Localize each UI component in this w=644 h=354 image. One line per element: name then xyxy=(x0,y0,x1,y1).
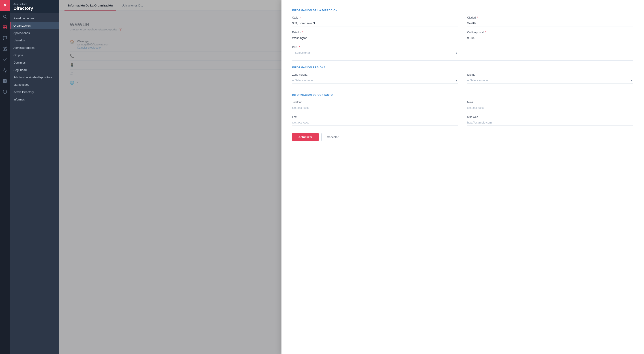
telefono-label: Teléfono xyxy=(292,101,458,104)
pais-select-wrapper: -- Seleccionar -- xyxy=(292,50,458,56)
ciudad-input[interactable] xyxy=(467,20,633,26)
sidebar-nav: Panel de control Organización Aplicacion… xyxy=(10,13,59,354)
sidebar-item-dispositivos[interactable]: Administración de dispositivos xyxy=(10,74,59,81)
sitio-web-label: Sitio web xyxy=(467,115,633,119)
box-nav-icon[interactable] xyxy=(0,87,10,97)
zona-horaria-select[interactable]: -- Seleccionar -- xyxy=(292,78,458,83)
svg-point-0 xyxy=(3,15,6,18)
zona-select-wrapper: -- Seleccionar -- xyxy=(292,78,458,83)
user-nav-icon[interactable] xyxy=(0,22,10,32)
section-contact-title: INFORMACIÓN DE CONTACTO xyxy=(292,93,633,96)
fax-label: Fax xyxy=(292,115,458,119)
sidebar: App Settings Directory Panel de control … xyxy=(10,0,59,354)
divider-1 xyxy=(292,60,633,61)
sidebar-header: App Settings Directory xyxy=(10,0,59,13)
pais-label: País * xyxy=(292,46,458,49)
svg-rect-3 xyxy=(5,26,7,27)
close-app-button[interactable]: ✕ xyxy=(0,0,10,11)
sidebar-title: Directory xyxy=(14,6,56,11)
svg-rect-2 xyxy=(3,26,5,27)
ciudad-label: Ciudad * xyxy=(467,16,633,19)
sidebar-item-marketplace[interactable]: Marketplace xyxy=(10,81,59,88)
sidebar-item-administradores[interactable]: Administradores xyxy=(10,44,59,51)
search-nav-icon[interactable] xyxy=(0,12,10,21)
check-nav-icon[interactable] xyxy=(0,55,10,64)
chat-nav-icon[interactable] xyxy=(0,33,10,43)
form-row-calle-ciudad: Calle * Ciudad * xyxy=(292,16,633,26)
sidebar-item-grupos[interactable]: Grupos xyxy=(10,51,59,59)
field-pais: País * -- Seleccionar -- xyxy=(292,46,458,56)
ciudad-required: * xyxy=(477,16,478,19)
form-row-tel-movil: Teléfono Móvil xyxy=(292,101,633,111)
sitio-web-input[interactable] xyxy=(467,120,633,126)
sidebar-item-active-directory[interactable]: Active Directory xyxy=(10,88,59,96)
app-settings-label: App Settings xyxy=(14,3,56,5)
field-codigo-postal: Código postal * xyxy=(467,31,633,41)
svg-rect-5 xyxy=(5,27,7,29)
modal-overlay: INFORMACIÓN DE LA DIRECCIÓN Calle * Ciud… xyxy=(59,0,644,354)
modal-panel: INFORMACIÓN DE LA DIRECCIÓN Calle * Ciud… xyxy=(282,0,644,354)
sidebar-item-seguridad[interactable]: Seguridad xyxy=(10,66,59,74)
movil-label: Móvil xyxy=(467,101,633,104)
svg-rect-4 xyxy=(3,27,5,29)
estado-required: * xyxy=(302,31,303,34)
telefono-input[interactable] xyxy=(292,105,458,111)
divider-2 xyxy=(292,88,633,88)
fax-input[interactable] xyxy=(292,120,458,126)
calle-required: * xyxy=(300,16,301,19)
pais-required: * xyxy=(299,46,300,49)
field-idioma: Idioma -- Seleccionar -- xyxy=(467,73,633,83)
main-area: Información De La Organización Ubicacion… xyxy=(59,0,644,354)
edit-nav-icon[interactable] xyxy=(0,44,10,54)
field-movil: Móvil xyxy=(467,101,633,111)
sidebar-item-usuarios[interactable]: Usuarios xyxy=(10,37,59,44)
codigo-postal-input[interactable] xyxy=(467,35,633,41)
estado-label: Estado * xyxy=(292,31,458,34)
settings-nav-icon[interactable] xyxy=(0,76,10,86)
form-row-estado-cp: Estado * Código postal * xyxy=(292,31,633,41)
zona-horaria-label: Zona horaria xyxy=(292,73,458,76)
idioma-select-wrapper: -- Seleccionar -- xyxy=(467,78,633,83)
field-fax: Fax xyxy=(292,115,458,126)
calle-input[interactable] xyxy=(292,20,458,26)
field-calle: Calle * xyxy=(292,16,458,26)
codigo-postal-label: Código postal * xyxy=(467,31,633,34)
idioma-label: Idioma xyxy=(467,73,633,76)
svg-point-6 xyxy=(4,80,6,82)
field-zona-horaria: Zona horaria -- Seleccionar -- xyxy=(292,73,458,83)
cp-required: * xyxy=(485,31,486,34)
field-sitio-web: Sitio web xyxy=(467,115,633,126)
movil-input[interactable] xyxy=(467,105,633,111)
section-regional-title: INFORMACIÓN REGIONAL xyxy=(292,66,633,69)
section-address-title: INFORMACIÓN DE LA DIRECCIÓN xyxy=(292,9,633,12)
form-row-zona-idioma: Zona horaria -- Seleccionar -- Idioma --… xyxy=(292,73,633,83)
sidebar-item-organizacion[interactable]: Organización xyxy=(10,22,59,29)
chart-nav-icon[interactable] xyxy=(0,65,10,75)
pais-select[interactable]: -- Seleccionar -- xyxy=(292,50,458,56)
icon-bar: ✕ xyxy=(0,0,10,354)
sidebar-item-informes[interactable]: Informes xyxy=(10,96,59,103)
estado-input[interactable] xyxy=(292,35,458,41)
action-buttons: Actualizar Cancelar xyxy=(292,133,633,141)
close-icon: ✕ xyxy=(3,3,7,8)
sidebar-item-dominios[interactable]: Dominios xyxy=(10,59,59,66)
sidebar-item-panel[interactable]: Panel de control xyxy=(10,14,59,22)
svg-line-1 xyxy=(6,17,7,18)
field-estado: Estado * xyxy=(292,31,458,41)
actualizar-button[interactable]: Actualizar xyxy=(292,133,319,141)
cancelar-button[interactable]: Cancelar xyxy=(321,133,344,141)
calle-label: Calle * xyxy=(292,16,458,19)
idioma-select[interactable]: -- Seleccionar -- xyxy=(467,78,633,83)
field-telefono: Teléfono xyxy=(292,101,458,111)
sidebar-item-aplicaciones[interactable]: Aplicaciones xyxy=(10,29,59,37)
field-ciudad: Ciudad * xyxy=(467,16,633,26)
form-row-fax-web: Fax Sitio web xyxy=(292,115,633,126)
form-row-pais: País * -- Seleccionar -- xyxy=(292,46,633,56)
